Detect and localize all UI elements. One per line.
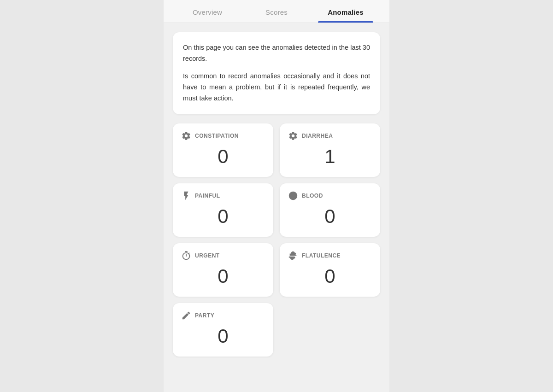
diarrhea-value: 1 xyxy=(288,146,372,168)
constipation-label: CONSTIPATION xyxy=(195,133,239,139)
anomaly-card-flatulence[interactable]: FLATULENCE 0 xyxy=(280,243,380,297)
content-area: On this page you can see the anomalies d… xyxy=(164,23,389,366)
wind-icon xyxy=(288,251,298,261)
anomaly-card-constipation[interactable]: CONSTIPATION 0 xyxy=(173,123,273,177)
info-card: On this page you can see the anomalies d… xyxy=(173,32,380,114)
anomaly-card-party[interactable]: PARTY 0 xyxy=(173,303,273,357)
diarrhea-label: DIARRHEA xyxy=(302,133,333,139)
blood-value: 0 xyxy=(288,205,372,228)
urgent-label: URGENT xyxy=(195,252,220,259)
anomaly-card-blood[interactable]: BLOOD 0 xyxy=(280,183,380,237)
gear-icon xyxy=(181,131,191,141)
blood-label: BLOOD xyxy=(302,193,323,199)
party-value: 0 xyxy=(181,325,265,347)
constipation-value: 0 xyxy=(181,146,265,168)
info-paragraph-1: On this page you can see the anomalies d… xyxy=(183,42,370,64)
tab-overview[interactable]: Overview xyxy=(173,0,242,23)
painful-value: 0 xyxy=(181,205,265,228)
bolt-icon xyxy=(181,191,191,201)
gear-icon-diarrhea xyxy=(288,131,298,141)
painful-label: PAINFUL xyxy=(195,193,220,199)
flatulence-value: 0 xyxy=(288,265,372,287)
tab-bar: Overview Scores Anomalies xyxy=(164,0,389,23)
anomaly-card-urgent[interactable]: URGENT 0 xyxy=(173,243,273,297)
party-label: PARTY xyxy=(195,312,214,319)
app-container: Overview Scores Anomalies On this page y… xyxy=(164,0,389,392)
bottle-icon xyxy=(181,310,191,321)
anomaly-card-painful[interactable]: PAINFUL 0 xyxy=(173,183,273,237)
drop-icon xyxy=(288,191,298,201)
tab-scores[interactable]: Scores xyxy=(242,0,311,23)
urgent-value: 0 xyxy=(181,265,265,287)
info-paragraph-2: Is common to record anomalies occasional… xyxy=(183,71,370,104)
flatulence-label: FLATULENCE xyxy=(302,252,341,259)
anomaly-grid: CONSTIPATION 0 DIARRHEA 1 xyxy=(173,123,380,357)
anomaly-card-diarrhea[interactable]: DIARRHEA 1 xyxy=(280,123,380,177)
timer-icon xyxy=(181,251,191,261)
tab-anomalies[interactable]: Anomalies xyxy=(311,0,380,23)
